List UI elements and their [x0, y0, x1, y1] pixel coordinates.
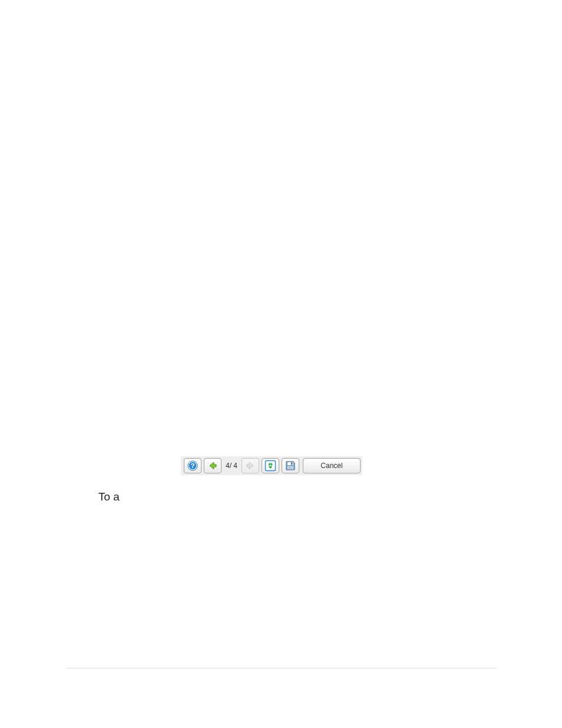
body-text: To a: [98, 490, 120, 503]
help-button[interactable]: ?: [184, 458, 201, 473]
svg-rect-7: [287, 466, 293, 469]
save-button[interactable]: [282, 458, 299, 473]
svg-point-4: [269, 465, 272, 467]
divider: [66, 668, 496, 668]
cancel-button[interactable]: Cancel: [303, 458, 361, 473]
page-indicator: 4/ 4: [223, 462, 240, 470]
toolbar: ? 4/ 4: [181, 456, 362, 475]
next-page-button[interactable]: [242, 458, 259, 473]
recycle-icon: [265, 460, 276, 472]
arrow-left-icon: [207, 460, 218, 471]
cancel-button-label: Cancel: [320, 462, 342, 470]
floppy-save-icon: [285, 460, 296, 471]
svg-text:?: ?: [191, 462, 195, 469]
previous-page-button[interactable]: [204, 458, 222, 473]
svg-rect-6: [291, 463, 293, 465]
arrow-right-icon: [245, 460, 256, 471]
refresh-button[interactable]: [262, 458, 279, 473]
help-icon: ?: [187, 460, 198, 471]
